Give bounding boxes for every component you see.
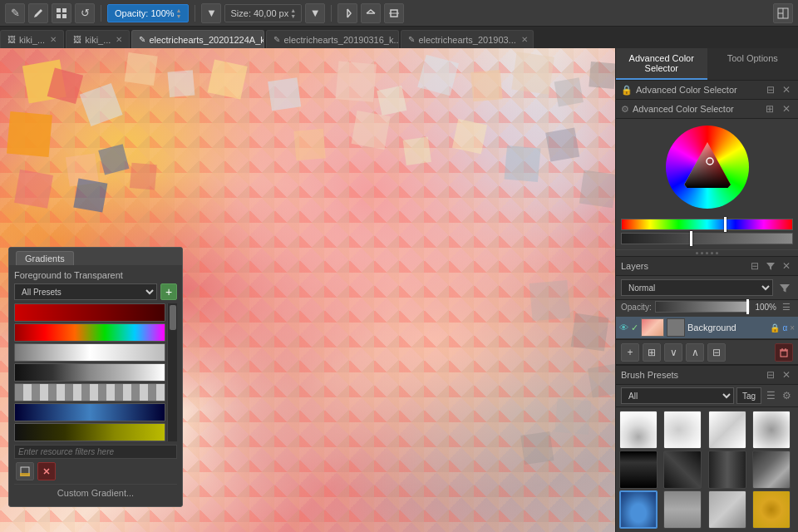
- layer-lock-icon[interactable]: 🔒: [770, 323, 780, 332]
- svg-rect-1: [62, 8, 66, 12]
- tab-kiki-1[interactable]: 🖼 kiki_... ✕: [0, 30, 64, 48]
- brush-category-select[interactable]: All: [621, 387, 734, 404]
- svg-rect-47: [781, 351, 787, 357]
- opacity-slider-thumb[interactable]: [746, 299, 749, 314]
- color-selector-close-btn[interactable]: ✕: [780, 83, 793, 96]
- tab-icon-3: ✎: [139, 35, 145, 44]
- brush-tool-btn[interactable]: ✎: [5, 3, 25, 23]
- tab-color-selector[interactable]: Advanced Color Selector: [616, 48, 707, 80]
- dark-slider[interactable]: [621, 233, 793, 244]
- color-selector-settings-icon[interactable]: ⚙: [621, 104, 629, 115]
- brush-item-2[interactable]: [663, 411, 702, 449]
- scroll-thumb[interactable]: [170, 305, 176, 330]
- new-group-btn[interactable]: ⊞: [643, 343, 661, 362]
- brush-tag-btn[interactable]: Tag: [736, 387, 761, 404]
- canvas-area[interactable]: Gradients Foreground to Transparent All …: [0, 48, 615, 532]
- tab-close-5[interactable]: ✕: [521, 35, 528, 44]
- tab-electric-2[interactable]: ✎ electrichearts_20190316_k... ✕: [266, 30, 399, 48]
- brush-list-view-btn[interactable]: ☰: [764, 389, 777, 402]
- add-gradient-btn[interactable]: [16, 462, 34, 480]
- gradient-item-1[interactable]: [14, 303, 165, 322]
- brush-item-10[interactable]: [663, 490, 702, 529]
- layer-filter-btn[interactable]: [776, 279, 793, 296]
- layers-filter-btn[interactable]: [764, 259, 777, 273]
- grid-btn[interactable]: [52, 3, 71, 23]
- flip-h-btn[interactable]: [337, 3, 357, 23]
- size-dropdown-arrow[interactable]: ▼: [201, 3, 221, 23]
- gradient-item-2[interactable]: [14, 323, 165, 342]
- tab-electric-1[interactable]: ✎ electrichearts_20201224A_kiki_... ✕: [131, 30, 264, 48]
- brush-settings-btn[interactable]: ⚙: [780, 389, 793, 402]
- color-triangle[interactable]: [678, 138, 736, 196]
- brush-presets-expand-btn[interactable]: ⊟: [764, 368, 777, 382]
- tab-tool-options[interactable]: Tool Options: [707, 48, 799, 80]
- brush-item-4[interactable]: [752, 411, 791, 449]
- add-preset-btn[interactable]: +: [160, 283, 177, 300]
- gradient-item-3[interactable]: [14, 343, 165, 362]
- size-dropdown-btn[interactable]: ▼: [305, 3, 325, 23]
- gradients-tab-row: Gradients: [9, 248, 182, 265]
- resource-filter-input[interactable]: [14, 445, 177, 459]
- gradient-item-6[interactable]: [14, 403, 165, 421]
- gradients-tab[interactable]: Gradients: [16, 251, 74, 265]
- tab-close-2[interactable]: ✕: [116, 35, 122, 44]
- move-layer-down-btn[interactable]: ∨: [664, 343, 682, 362]
- preset-select[interactable]: All Presets: [14, 283, 157, 300]
- svg-rect-0: [57, 8, 61, 12]
- gradient-item-5[interactable]: [14, 383, 165, 401]
- tab-kiki-2[interactable]: 🖼 kiki_... ✕: [66, 30, 130, 48]
- hue-thumb[interactable]: [724, 217, 727, 232]
- color-selector-close2-btn[interactable]: ✕: [780, 102, 793, 116]
- brush-icon-btn[interactable]: [28, 3, 48, 23]
- layer-visibility-btn[interactable]: 👁: [619, 323, 628, 332]
- layers-expand-btn[interactable]: ⊟: [748, 259, 761, 273]
- gradient-scrollbar[interactable]: [167, 303, 177, 441]
- crop-btn[interactable]: [384, 3, 404, 23]
- delete-layer-btn[interactable]: [775, 343, 793, 362]
- color-selector-detach-btn[interactable]: ⊞: [763, 102, 776, 116]
- color-panel-drag-handle[interactable]: [616, 249, 798, 256]
- tab-electric-3[interactable]: ✎ electrichearts_201903... ✕: [401, 30, 534, 48]
- hue-slider-row: [621, 219, 793, 230]
- brush-item-6[interactable]: [663, 451, 702, 489]
- brush-item-3[interactable]: [708, 411, 746, 449]
- brush-item-5[interactable]: [619, 451, 658, 489]
- brush-item-9[interactable]: [619, 490, 658, 529]
- color-selector-expand-btn[interactable]: ⊟: [764, 83, 777, 96]
- window-layout-btn[interactable]: [773, 3, 793, 23]
- tab-icon-4: ✎: [273, 35, 280, 44]
- brush-item-12[interactable]: [752, 490, 791, 529]
- gradient-item-7[interactable]: [14, 423, 165, 441]
- blend-mode-select[interactable]: Normal: [621, 279, 773, 296]
- delete-gradient-btn[interactable]: [37, 462, 56, 480]
- layer-check-btn[interactable]: ✓: [631, 323, 638, 333]
- opacity-slider[interactable]: [655, 301, 750, 313]
- layer-alpha-icon[interactable]: α: [782, 323, 787, 332]
- hue-slider[interactable]: [621, 219, 793, 230]
- gradient-item-4[interactable]: [14, 363, 165, 382]
- merge-layers-btn[interactable]: ⊟: [707, 343, 726, 362]
- tab-close-1[interactable]: ✕: [50, 35, 57, 44]
- move-layer-up-btn[interactable]: ∧: [686, 343, 704, 362]
- layers-close-btn[interactable]: ✕: [780, 259, 793, 273]
- brush-item-8[interactable]: [752, 451, 791, 489]
- brush-presets-close-btn[interactable]: ✕: [780, 368, 793, 382]
- opacity-control[interactable]: Opacity: 100% ▲▼: [107, 4, 189, 22]
- color-wheel-container[interactable]: [666, 126, 749, 209]
- flip-v-btn[interactable]: [361, 3, 381, 23]
- layers-title: Layers: [621, 261, 648, 271]
- add-layer-btn[interactable]: +: [621, 343, 639, 362]
- layer-more-icon[interactable]: ×: [790, 323, 795, 332]
- separator-1: [101, 5, 101, 22]
- rotate-btn[interactable]: ↺: [75, 3, 95, 23]
- custom-gradient-link[interactable]: Custom Gradient...: [14, 484, 177, 501]
- brush-item-11[interactable]: [708, 490, 746, 529]
- color-wheel-area[interactable]: [616, 119, 798, 215]
- brush-item-7[interactable]: [708, 451, 746, 489]
- opacity-menu-btn[interactable]: ☰: [780, 300, 793, 313]
- layer-row-background[interactable]: 👁 ✓ Background 🔒 α ×: [616, 317, 798, 339]
- size-control[interactable]: Size: 40,00 px ▲▼: [224, 4, 302, 22]
- brush-item-1[interactable]: [619, 411, 658, 449]
- dark-thumb[interactable]: [690, 231, 692, 246]
- color-wheel[interactable]: [666, 126, 749, 209]
